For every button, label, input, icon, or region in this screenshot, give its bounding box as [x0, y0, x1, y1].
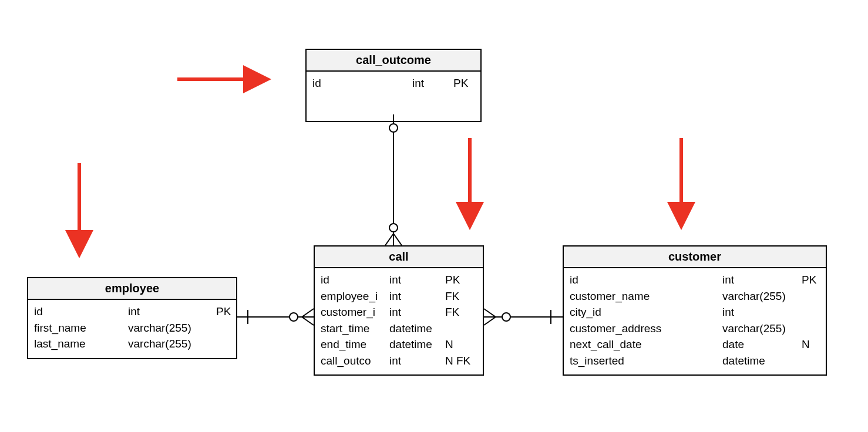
column-key: N FK — [445, 353, 477, 369]
table-row: customer_address varchar(255) — [570, 320, 820, 337]
column-name: id — [34, 303, 128, 320]
column-type: datetime — [389, 336, 445, 353]
svg-line-12 — [484, 317, 496, 325]
svg-line-9 — [302, 317, 314, 325]
table-row: first_name varchar(255) — [34, 320, 230, 336]
svg-line-4 — [393, 234, 402, 245]
column-type: int — [389, 353, 445, 369]
table-row: call_outco int N FK — [321, 353, 477, 369]
column-type: int — [412, 75, 453, 92]
column-name: id — [570, 272, 722, 288]
table-row: id int PK — [570, 272, 820, 288]
column-key: PK — [802, 272, 822, 288]
entity-call-outcome: call_outcome id int PK — [305, 49, 482, 122]
column-key — [802, 320, 822, 337]
table-row: last_name varchar(255) — [34, 336, 230, 352]
entity-employee: employee id int PK first_name varchar(25… — [27, 277, 237, 359]
column-name: id — [321, 272, 389, 288]
column-key: PK — [216, 303, 234, 320]
column-type: varchar(255) — [722, 288, 802, 305]
entity-body: id int PK — [307, 72, 480, 121]
entity-header: employee — [28, 278, 236, 300]
column-type: int — [722, 304, 802, 320]
rel-call-outcome-to-call — [385, 114, 402, 245]
column-key — [802, 353, 822, 369]
column-name: employee_i — [321, 288, 389, 305]
column-name: customer_i — [321, 304, 389, 320]
entity-header: call — [315, 247, 483, 268]
column-type: varchar(255) — [128, 320, 216, 336]
column-name: end_time — [321, 336, 389, 353]
column-type: int — [389, 288, 445, 305]
svg-line-11 — [484, 309, 496, 317]
column-type: datetime — [389, 320, 445, 337]
entity-header: call_outcome — [307, 50, 480, 72]
column-name: first_name — [34, 320, 128, 336]
entity-customer: customer id int PK customer_name varchar… — [563, 245, 827, 376]
column-type: varchar(255) — [128, 336, 216, 352]
table-row: employee_i int FK — [321, 288, 477, 305]
table-row: id int PK — [321, 272, 477, 288]
column-type: date — [722, 336, 802, 353]
table-row: id int PK — [34, 303, 230, 320]
table-row: city_id int — [570, 304, 820, 320]
table-row: ts_inserted datetime — [570, 353, 820, 369]
column-name: last_name — [34, 336, 128, 352]
column-key — [802, 304, 822, 320]
svg-point-2 — [389, 224, 398, 232]
column-key — [216, 336, 234, 352]
table-row: customer_name varchar(255) — [570, 288, 820, 305]
svg-line-3 — [385, 234, 393, 245]
column-name: ts_inserted — [570, 353, 722, 369]
entity-header: customer — [564, 247, 826, 268]
svg-point-7 — [290, 313, 298, 321]
svg-point-1 — [389, 124, 398, 132]
column-key: PK — [445, 272, 477, 288]
entity-body: id int PK customer_name varchar(255) cit… — [564, 268, 826, 374]
column-name: customer_name — [570, 288, 722, 305]
column-name: city_id — [570, 304, 722, 320]
svg-point-13 — [502, 313, 510, 321]
column-key: FK — [445, 288, 477, 305]
table-row: next_call_date date N — [570, 336, 820, 353]
column-key: PK — [453, 75, 477, 92]
column-name: id — [312, 75, 412, 92]
svg-line-8 — [302, 309, 314, 317]
column-key — [802, 288, 822, 305]
entity-call: call id int PK employee_i int FK custome… — [314, 245, 484, 376]
column-type: int — [389, 272, 445, 288]
column-type: datetime — [722, 353, 802, 369]
column-key: FK — [445, 304, 477, 320]
column-name: customer_address — [570, 320, 722, 337]
column-type: int — [389, 304, 445, 320]
rel-employee-to-call — [237, 309, 314, 325]
column-type: varchar(255) — [722, 320, 802, 337]
column-key — [445, 320, 477, 337]
rel-call-to-customer — [484, 309, 563, 325]
column-type: int — [722, 272, 802, 288]
column-name: call_outco — [321, 353, 389, 369]
column-type: int — [128, 303, 216, 320]
entity-body: id int PK first_name varchar(255) last_n… — [28, 300, 236, 358]
table-row: end_time datetime N — [321, 336, 477, 353]
column-name: next_call_date — [570, 336, 722, 353]
table-row: customer_i int FK — [321, 304, 477, 320]
column-key: N — [445, 336, 477, 353]
column-key: N — [802, 336, 822, 353]
column-key — [216, 320, 234, 336]
column-name: start_time — [321, 320, 389, 337]
table-row: start_time datetime — [321, 320, 477, 337]
table-row: id int PK — [312, 75, 475, 92]
entity-body: id int PK employee_i int FK customer_i i… — [315, 268, 483, 374]
